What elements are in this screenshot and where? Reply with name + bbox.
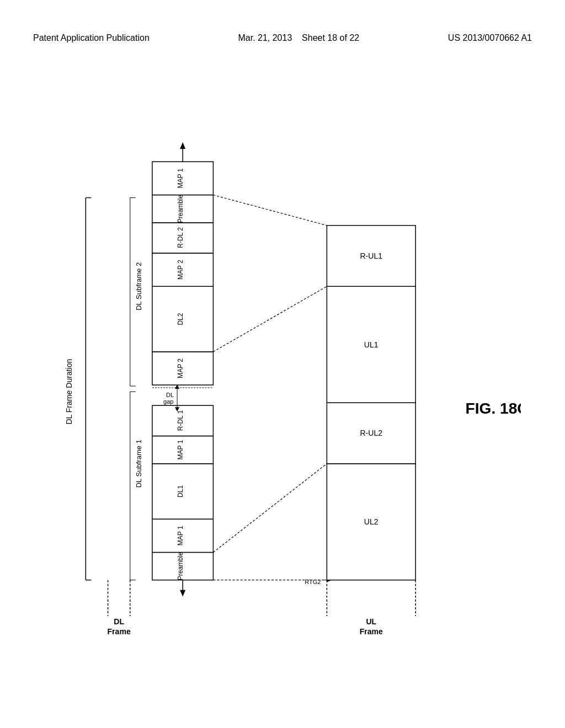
- svg-line-38: [213, 195, 327, 225]
- dl-frame-label: DL: [114, 617, 124, 626]
- diagram-container: DL Frame Duration DL Frame UL Frame DL S…: [44, 83, 521, 673]
- map1-bottom-label: MAP 1: [177, 526, 184, 545]
- dl-frame-label2: Frame: [108, 627, 131, 636]
- patent-number: US 2013/0070662 A1: [448, 33, 532, 43]
- dl-subframe1-label: DL Subframe 1: [135, 440, 143, 488]
- rtg2-label: RTG2: [305, 579, 321, 585]
- rdl2-label: R-DL 2: [177, 227, 184, 248]
- figure-label: FIG. 18C: [466, 400, 521, 417]
- ul-frame-label: UL: [366, 617, 376, 626]
- svg-marker-31: [180, 590, 185, 597]
- page-header: Patent Application Publication Mar. 21, …: [0, 33, 565, 43]
- map2-top-label: MAP 2: [177, 260, 184, 280]
- rul2-label: R-UL2: [360, 429, 382, 437]
- ul-frame-label2: Frame: [360, 627, 383, 636]
- map2-mid-label: MAP 2: [177, 358, 184, 378]
- publication-date: Mar. 21, 2013: [238, 33, 292, 42]
- svg-line-39: [213, 286, 327, 352]
- svg-marker-29: [180, 142, 185, 149]
- header-center: Mar. 21, 2013 Sheet 18 of 22: [238, 33, 359, 43]
- dl1-label: DL1: [177, 485, 184, 497]
- dl-gap-label: DL: [166, 392, 174, 398]
- map1-mid-label: MAP 1: [177, 440, 184, 459]
- figure-18c-svg: DL Frame Duration DL Frame UL Frame DL S…: [44, 83, 521, 673]
- map1-top-label: MAP 1: [177, 168, 184, 188]
- rul1-label: R-UL1: [360, 251, 382, 260]
- svg-line-40: [213, 464, 327, 553]
- rdl1-label: R-DL 1: [177, 410, 184, 431]
- sheet-info: Sheet 18 of 22: [302, 33, 359, 42]
- dl-subframe2-label: DL Subframe 2: [135, 263, 143, 311]
- publication-title: Patent Application Publication: [33, 33, 150, 43]
- dl2-label: DL2: [177, 313, 184, 325]
- preamble-top-label: Preamble: [177, 195, 184, 223]
- dl-gap-label2: gap: [163, 398, 173, 405]
- dl-frame-duration-label: DL Frame Duration: [65, 359, 73, 425]
- ul2-label: UL2: [364, 517, 379, 526]
- ul1-label: UL1: [364, 340, 379, 349]
- preamble-bottom-label: Preamble: [177, 552, 184, 581]
